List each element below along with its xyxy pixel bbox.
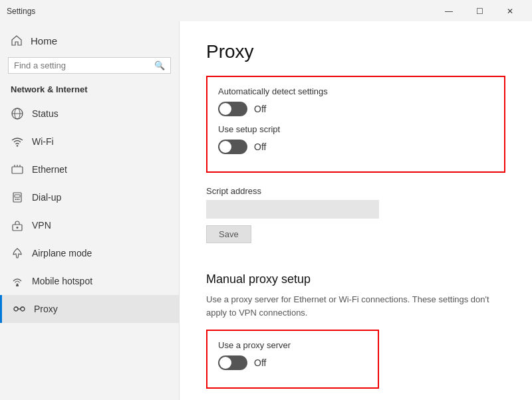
sidebar-item-status-label: Status — [32, 108, 59, 119]
setup-script-label: Use setup script — [218, 124, 493, 134]
main-content: Proxy Automatically detect settings Off … — [180, 21, 532, 400]
setup-script-toggle[interactable] — [218, 140, 247, 154]
auto-detect-toggle-row: Off — [218, 102, 493, 116]
sidebar-item-hotspot[interactable]: Mobile hotspot — [0, 267, 179, 295]
hotspot-icon — [11, 274, 24, 288]
svg-point-3 — [17, 145, 18, 146]
home-label: Home — [31, 35, 57, 47]
sidebar-item-proxy[interactable]: Proxy — [0, 295, 179, 323]
svg-point-10 — [15, 199, 17, 200]
svg-point-17 — [14, 307, 18, 311]
svg-rect-4 — [12, 167, 23, 173]
script-address-section: Script address Save — [206, 186, 505, 259]
page-title: Proxy — [206, 41, 505, 62]
sidebar-item-airplane[interactable]: Airplane mode — [0, 239, 179, 267]
sidebar-section-title: Network & Internet — [0, 80, 179, 100]
use-proxy-toggle-row: Off — [218, 355, 367, 370]
manual-proxy-description: Use a proxy server for Ethernet or Wi-Fi… — [206, 293, 492, 319]
setup-script-toggle-text: Off — [254, 142, 266, 152]
airplane-icon — [11, 247, 24, 260]
auto-detect-toggle-text: Off — [254, 104, 266, 114]
proxy-server-section: Use a proxy server Off — [206, 330, 379, 389]
wifi-icon — [11, 135, 24, 148]
ethernet-icon — [11, 163, 24, 176]
manual-proxy-title: Manual proxy setup — [206, 272, 505, 286]
svg-rect-16 — [16, 285, 19, 286]
use-proxy-toggle-text: Off — [254, 357, 266, 368]
app-title: Settings — [7, 7, 35, 16]
sidebar-item-vpn-label: VPN — [32, 220, 51, 231]
svg-point-14 — [17, 227, 19, 229]
sidebar: Home 🔍 Network & Internet Status — [0, 21, 180, 400]
script-address-label: Script address — [206, 186, 505, 196]
search-box[interactable]: 🔍 — [8, 57, 171, 74]
title-bar: Settings — ☐ ✕ — [0, 0, 532, 21]
use-proxy-label: Use a proxy server — [218, 340, 367, 350]
search-icon: 🔍 — [154, 60, 165, 70]
save-button[interactable]: Save — [206, 225, 251, 243]
auto-proxy-section: Automatically detect settings Off Use se… — [206, 76, 505, 173]
svg-point-18 — [21, 307, 25, 311]
sidebar-item-ethernet[interactable]: Ethernet — [0, 155, 179, 183]
auto-detect-label: Automatically detect settings — [218, 86, 493, 96]
sidebar-item-proxy-label: Proxy — [34, 304, 58, 314]
script-address-field[interactable] — [206, 200, 379, 219]
maximize-button[interactable]: ☐ — [464, 2, 495, 21]
sidebar-item-home[interactable]: Home — [0, 28, 179, 53]
home-icon — [11, 35, 23, 47]
close-button[interactable]: ✕ — [495, 2, 525, 21]
auto-detect-toggle[interactable] — [218, 102, 247, 116]
use-proxy-toggle[interactable] — [218, 355, 247, 370]
sidebar-item-airplane-label: Airplane mode — [32, 248, 92, 258]
sidebar-item-status[interactable]: Status — [0, 100, 179, 128]
dialup-icon — [11, 191, 24, 204]
status-icon — [11, 107, 24, 120]
svg-rect-9 — [15, 195, 20, 197]
sidebar-item-wifi[interactable]: Wi-Fi — [0, 128, 179, 155]
sidebar-item-wifi-label: Wi-Fi — [32, 136, 54, 147]
sidebar-item-vpn[interactable]: VPN — [0, 211, 179, 239]
vpn-icon — [11, 219, 24, 232]
sidebar-item-dialup-label: Dial-up — [32, 192, 61, 203]
svg-point-12 — [19, 199, 20, 200]
search-input[interactable] — [14, 60, 154, 70]
setup-script-toggle-row: Off — [218, 140, 493, 154]
app-body: Home 🔍 Network & Internet Status — [0, 21, 532, 400]
window-controls: — ☐ ✕ — [434, 2, 525, 21]
sidebar-item-ethernet-label: Ethernet — [32, 164, 67, 175]
minimize-button[interactable]: — — [434, 2, 464, 21]
sidebar-item-hotspot-label: Mobile hotspot — [32, 276, 92, 286]
sidebar-item-dialup[interactable]: Dial-up — [0, 183, 179, 211]
proxy-icon — [13, 302, 26, 316]
svg-point-11 — [17, 199, 18, 200]
